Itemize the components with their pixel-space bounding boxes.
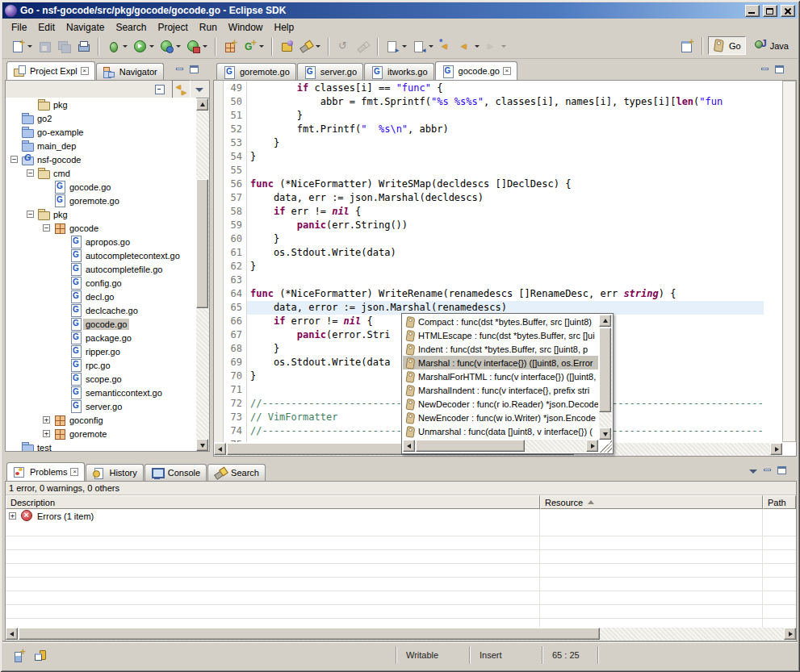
problems-row-errors-1-item[interactable]: +Errors (1 item) <box>6 509 796 523</box>
tree-item-autocompletefile-go[interactable]: autocompletefile.go <box>6 262 196 276</box>
toolbar-newgo-button[interactable] <box>241 37 266 56</box>
toolbar-print-button[interactable] <box>74 37 93 56</box>
scroll-left-button[interactable] <box>6 628 18 640</box>
dropdown-arrow-icon[interactable] <box>149 45 154 48</box>
scroll-up-button[interactable] <box>196 98 208 111</box>
explorer-scrollbar[interactable] <box>196 98 209 451</box>
dropdown-arrow-icon[interactable] <box>27 45 32 48</box>
scroll-down-button[interactable] <box>196 439 208 451</box>
tree-item-semanticcontext-go[interactable]: semanticcontext.go <box>6 386 196 399</box>
scroll-right-button[interactable] <box>784 628 796 640</box>
toolbar-new-button[interactable] <box>9 37 35 56</box>
close-tab-icon[interactable]: × <box>81 67 89 75</box>
toolbar-backstar-button[interactable] <box>437 37 455 56</box>
menu-window[interactable]: Window <box>223 20 269 35</box>
close-tab-icon[interactable]: × <box>503 67 511 75</box>
menu-edit[interactable]: Edit <box>32 20 61 35</box>
tree-item-decl-go[interactable]: decl.go <box>6 290 196 303</box>
tree-item-package-go[interactable]: package.go <box>6 331 196 344</box>
code-line-57[interactable]: 57 data, err := json.Marshal(decldescs) <box>224 191 764 205</box>
problems-view-menu-button[interactable] <box>747 465 760 477</box>
explorer-tab-navigator[interactable]: Navigator <box>96 63 164 80</box>
menu-navigate[interactable]: Navigate <box>61 20 110 35</box>
toolbar-prevann-button[interactable] <box>410 37 436 56</box>
code-line-63[interactable]: 63 <box>224 273 764 287</box>
scroll-thumb[interactable] <box>196 179 208 308</box>
toolbar-debug-button[interactable] <box>104 37 130 56</box>
tree-item-test[interactable]: test <box>6 440 196 451</box>
explorer-view-menu-button[interactable] <box>193 84 206 95</box>
dropdown-arrow-icon[interactable] <box>176 45 181 48</box>
popup-vscrollbar[interactable] <box>599 315 612 440</box>
tree-item-scope-go[interactable]: scope.go <box>6 372 196 386</box>
code-line-60[interactable]: 60 } <box>224 232 764 246</box>
scroll-thumb[interactable] <box>599 328 611 412</box>
dropdown-arrow-icon[interactable] <box>475 45 480 48</box>
explorer-maximize-button[interactable] <box>188 65 201 76</box>
dropdown-arrow-icon[interactable] <box>259 45 264 48</box>
tree-item-apropos-go[interactable]: apropos.go <box>6 235 196 248</box>
code-line-56[interactable]: 56func (*NiceFormatter) WriteSMap(declde… <box>224 177 764 191</box>
toolbar-runext-button[interactable] <box>184 37 210 56</box>
scroll-thumb[interactable] <box>19 628 600 640</box>
code-line-58[interactable]: 58 if err != nil { <box>224 205 764 219</box>
autocomplete-item-compact[interactable]: Compact : func(dst *bytes.Buffer, src []… <box>403 315 598 328</box>
fast-view-button[interactable] <box>10 646 29 665</box>
code-line-64[interactable]: 64func (*NiceFormatter) WriteRename(rena… <box>224 287 764 301</box>
code-line-49[interactable]: 49 if classes[i] == "func" { <box>224 81 764 95</box>
scroll-right-button[interactable] <box>586 440 598 452</box>
dropdown-arrow-icon[interactable] <box>501 45 506 48</box>
dropdown-arrow-icon[interactable] <box>203 45 207 48</box>
problems-table[interactable]: +Errors (1 item) <box>6 509 796 628</box>
open-perspective-button[interactable] <box>678 36 697 55</box>
dropdown-arrow-icon[interactable] <box>123 45 128 48</box>
autocomplete-item-htmlescape[interactable]: HTMLEscape : func(dst *bytes.Buffer, src… <box>403 328 598 342</box>
explorer-minimize-button[interactable] <box>174 65 186 76</box>
bottom-tab-search[interactable]: Search <box>207 464 266 481</box>
annotation-nav-button[interactable] <box>31 646 50 665</box>
editor-tab-goremote-go[interactable]: goremote.go <box>216 63 296 80</box>
close-tab-icon[interactable]: × <box>70 468 78 476</box>
tree-item-ripper-go[interactable]: ripper.go <box>6 344 196 358</box>
toolbar-newpkg-button[interactable] <box>221 37 240 56</box>
code-line-61[interactable]: 61 os.Stdout.Write(data) <box>224 246 764 260</box>
scroll-left-button[interactable] <box>403 440 415 452</box>
autocomplete-item-unmarshal[interactable]: Unmarshal : func(data []uint8, v interfa… <box>403 424 598 438</box>
toolbar-searchlight-button[interactable] <box>297 37 323 56</box>
tree-item-main-dep[interactable]: main_dep <box>6 139 196 152</box>
problems-maximize-button[interactable] <box>776 465 789 477</box>
collapse-icon[interactable]: − <box>27 169 34 177</box>
tree-item-goremote[interactable]: +goremote <box>6 427 196 440</box>
explorer-tab-project-expl[interactable]: Project Expl× <box>6 61 95 80</box>
column-resource[interactable]: Resource <box>540 495 763 509</box>
editor-tab-server-go[interactable]: server.go <box>297 63 363 80</box>
popup-resize-grip[interactable] <box>600 440 612 453</box>
code-line-62[interactable]: 62} <box>224 260 764 273</box>
toolbar-saveall-button[interactable] <box>55 37 73 56</box>
dropdown-arrow-icon[interactable] <box>402 45 407 48</box>
scroll-right-button[interactable] <box>770 443 782 455</box>
tree-item-declcache-go[interactable]: declcache.go <box>6 303 196 317</box>
autocomplete-item-newencoder[interactable]: NewEncoder : func(w io.Writer) *json.Enc… <box>403 411 598 424</box>
toolbar-runclock-button[interactable] <box>157 37 183 56</box>
scroll-left-button[interactable] <box>214 443 226 455</box>
scroll-thumb[interactable] <box>416 440 525 452</box>
dropdown-arrow-icon[interactable] <box>429 45 434 48</box>
tree-item-go2[interactable]: go2 <box>6 111 196 125</box>
tree-item-rpc-go[interactable]: rpc.go <box>6 358 196 372</box>
scroll-down-button[interactable] <box>599 428 611 440</box>
autocomplete-item-marshalforhtml[interactable]: MarshalForHTML : func(v interface{}) ([]… <box>403 369 598 383</box>
tree-item-goremote-go[interactable]: goremote.go <box>6 194 196 207</box>
column-description[interactable]: Description <box>6 495 540 509</box>
tree-item-cmd[interactable]: −cmd <box>6 166 196 180</box>
collapse-icon[interactable]: − <box>27 211 34 218</box>
tree-item-gocode-go[interactable]: gocode.go <box>6 317 196 331</box>
tree-item-gocode-go[interactable]: gocode.go <box>6 180 196 194</box>
autocomplete-item-indent[interactable]: Indent : func(dst *bytes.Buffer, src []u… <box>403 342 598 356</box>
tree-item-pkg[interactable]: −pkg <box>6 207 196 221</box>
maximize-button[interactable] <box>763 5 777 17</box>
code-line-50[interactable]: 50 abbr = fmt.Sprintf("%s %s%s", classes… <box>224 95 764 109</box>
tree-item-go-example[interactable]: go-example <box>6 125 196 139</box>
autocomplete-item-newdecoder[interactable]: NewDecoder : func(r io.Reader) *json.Dec… <box>403 397 598 411</box>
autocomplete-item-marshalindent[interactable]: MarshalIndent : func(v interface{}, pref… <box>403 383 598 397</box>
